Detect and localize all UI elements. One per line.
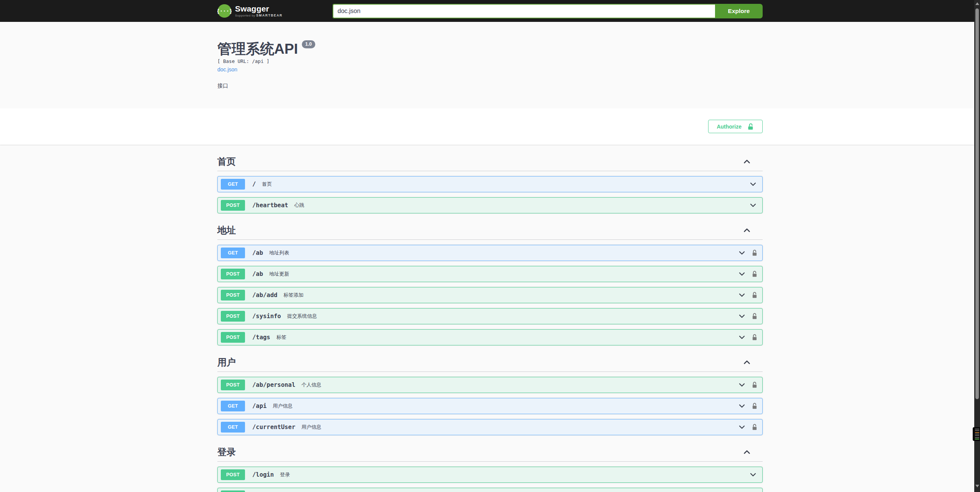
tag-title: 地址: [217, 225, 236, 236]
logo-title: Swagger: [235, 5, 283, 13]
scheme-container: Authorize: [0, 108, 980, 145]
unlock-icon: [747, 123, 754, 130]
scrollbar-thumb[interactable]: [975, 8, 979, 399]
endpoint-summary: 用户信息: [273, 403, 293, 409]
spec-url-input[interactable]: [333, 4, 715, 18]
chevron-down-icon[interactable]: [748, 470, 758, 479]
base-url: [ Base URL: /api ]: [217, 58, 763, 64]
opblock-post-tags[interactable]: POST /tags 标签: [217, 329, 763, 345]
method-badge: POST: [221, 311, 245, 322]
lock-icon[interactable]: [752, 312, 758, 320]
tag-section-login: 登录 POST /login 登录 POST /loginout 退出登录: [217, 447, 763, 492]
opblock-post-sysinfo[interactable]: POST /sysinfo 提交系统信息: [217, 308, 763, 324]
lock-icon[interactable]: [752, 402, 758, 410]
endpoint-path: /tags: [252, 334, 270, 341]
endpoint-summary: 登录: [280, 471, 290, 478]
swagger-logo-link[interactable]: {···} Swagger Supported by SMARTBEAR: [217, 4, 283, 18]
opblock-post-heartbeat[interactable]: POST /heartbeat 心跳: [217, 197, 763, 213]
lock-icon[interactable]: [752, 423, 758, 431]
authorize-button[interactable]: Authorize: [708, 120, 763, 133]
swagger-logo-icon: {···}: [217, 4, 232, 18]
endpoint-summary: 地址更新: [269, 271, 289, 277]
chevron-up-icon[interactable]: [742, 157, 752, 167]
opblock-post-ab-personal[interactable]: POST /ab/personal 个人信息: [217, 377, 763, 393]
tag-section-address: 地址 GET /ab 地址列表 POST /ab 地址更新 POST: [217, 225, 763, 345]
lock-icon[interactable]: [752, 249, 758, 257]
opblock-post-ab-add[interactable]: POST /ab/add 标签添加: [217, 287, 763, 303]
endpoint-path: /sysinfo: [252, 313, 281, 320]
method-badge: POST: [221, 269, 245, 279]
chevron-down-icon[interactable]: [737, 401, 747, 411]
endpoint-summary: 首页: [262, 181, 272, 188]
method-badge: POST: [221, 469, 245, 480]
method-badge: POST: [221, 290, 245, 300]
svg-text:{···}: {···}: [217, 8, 232, 14]
info-section: 管理系统API1.0 [ Base URL: /api ] doc.json 接…: [0, 22, 980, 108]
endpoint-summary: 提交系统信息: [287, 313, 317, 320]
scrollbar[interactable]: [974, 0, 980, 492]
authorize-label: Authorize: [717, 124, 742, 130]
tag-header-address[interactable]: 地址: [217, 225, 763, 240]
tag-header-login[interactable]: 登录: [217, 447, 763, 462]
endpoint-path: /api: [252, 403, 267, 409]
opblock-post-loginout[interactable]: POST /loginout 退出登录: [217, 488, 763, 492]
scrollbar-arrow-up-icon[interactable]: [975, 2, 979, 5]
page-title: 管理系统API1.0: [217, 41, 763, 57]
endpoint-summary: 地址列表: [269, 249, 289, 256]
endpoint-path: /ab: [252, 249, 263, 256]
endpoint-summary: 用户信息: [301, 424, 321, 431]
endpoint-path: /currentUser: [252, 424, 295, 431]
lock-icon[interactable]: [752, 334, 758, 341]
lock-icon[interactable]: [752, 291, 758, 299]
chevron-down-icon[interactable]: [748, 180, 758, 189]
scrollbar-marker: [973, 427, 980, 441]
chevron-down-icon[interactable]: [748, 201, 758, 210]
tag-header-home[interactable]: 首页: [217, 156, 763, 171]
tag-title: 登录: [217, 447, 236, 457]
endpoint-path: /ab: [252, 271, 263, 277]
chevron-down-icon[interactable]: [737, 269, 747, 279]
method-badge: POST: [221, 332, 245, 343]
endpoint-path: /ab/personal: [252, 381, 295, 388]
topbar: {···} Swagger Supported by SMARTBEAR Exp…: [0, 0, 980, 22]
chevron-up-icon[interactable]: [742, 357, 752, 367]
opblock-post-ab[interactable]: POST /ab 地址更新: [217, 266, 763, 282]
spec-json-link[interactable]: doc.json: [217, 66, 237, 73]
tag-section-home: 首页 GET / 首页 POST /heartbeat 心跳: [217, 156, 763, 213]
chevron-down-icon[interactable]: [737, 312, 747, 321]
operations-list: 首页 GET / 首页 POST /heartbeat 心跳 地址: [217, 156, 763, 492]
endpoint-summary: 标签: [276, 334, 286, 341]
opblock-get-api[interactable]: GET /api 用户信息: [217, 398, 763, 414]
explore-button[interactable]: Explore: [715, 4, 763, 18]
method-badge: GET: [221, 422, 245, 433]
opblock-get-root[interactable]: GET / 首页: [217, 176, 763, 192]
lock-icon[interactable]: [752, 270, 758, 278]
chevron-up-icon[interactable]: [742, 447, 752, 457]
tag-title: 首页: [217, 156, 236, 167]
api-description: 接口: [217, 83, 763, 89]
endpoint-path: /ab/add: [252, 292, 277, 299]
chevron-down-icon[interactable]: [737, 248, 747, 258]
endpoint-summary: 标签添加: [283, 292, 303, 299]
chevron-down-icon[interactable]: [737, 333, 747, 342]
endpoint-path: /heartbeat: [252, 202, 288, 209]
logo-subtitle: Supported by SMARTBEAR: [235, 14, 283, 17]
chevron-down-icon[interactable]: [737, 291, 747, 300]
opblock-get-currentuser[interactable]: GET /currentUser 用户信息: [217, 419, 763, 435]
opblock-post-login[interactable]: POST /login 登录: [217, 467, 763, 483]
method-badge: POST: [221, 490, 245, 492]
chevron-up-icon[interactable]: [742, 225, 752, 235]
lock-icon[interactable]: [752, 381, 758, 389]
chevron-down-icon[interactable]: [737, 380, 747, 390]
opblock-get-ab[interactable]: GET /ab 地址列表: [217, 245, 763, 261]
endpoint-summary: 个人信息: [301, 381, 321, 388]
tag-title: 用户: [217, 357, 236, 368]
chevron-down-icon[interactable]: [737, 423, 747, 432]
endpoint-path: /: [252, 181, 256, 188]
tag-section-user: 用户 POST /ab/personal 个人信息 GET /api 用户信息: [217, 357, 763, 435]
scrollbar-arrow-down-icon[interactable]: [975, 485, 979, 487]
tag-header-user[interactable]: 用户: [217, 357, 763, 372]
endpoint-summary: 心跳: [294, 202, 304, 209]
version-badge: 1.0: [302, 40, 315, 48]
method-badge: GET: [221, 179, 245, 190]
